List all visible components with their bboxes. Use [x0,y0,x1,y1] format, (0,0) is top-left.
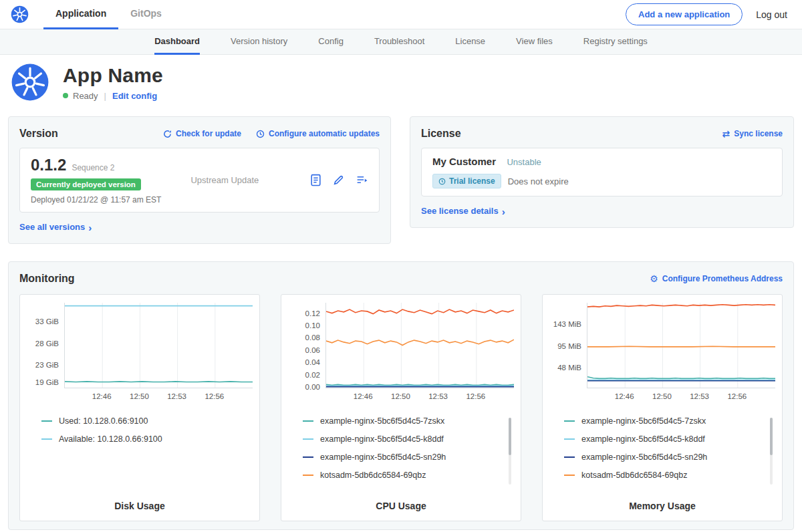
clock-icon [438,178,446,185]
current-version-box: 0.1.2Sequence 2 Currently deployed versi… [19,148,380,213]
y-axis: 0.120.100.080.060.040.020.00 [288,303,325,388]
y-axis: 33 GiB28 GiB23 GiB19 GiB [27,303,64,388]
monitoring-title: Monitoring [19,273,75,285]
tab-version-history[interactable]: Version history [231,29,287,55]
series-line-kotsadm-5db6dc6584-69qbz [587,346,775,347]
legend: example-nginx-5bc6f5d4c5-7zskxexample-ng… [288,416,514,489]
legend-label: Available: 10.128.0.66:9100 [59,434,162,444]
monitoring-panel: Monitoring ⚙ Configure Prometheus Addres… [8,261,794,530]
y-tick-label: 0.04 [305,358,320,366]
kubernetes-logo-icon [11,5,29,23]
y-tick-label: 0.10 [305,321,320,329]
chart-card-memory-usage: 143 MiB95 MiB48 MiB12:4612:5012:5312:56e… [542,294,783,521]
topbar-right: Add a new application Log out [626,3,791,25]
legend-label: kotsadm-5db6dc6584-69qbz [581,471,687,480]
y-tick-label: 33 GiB [35,317,59,325]
tab-troubleshoot[interactable]: Troubleshoot [374,29,424,55]
sync-icon: ⇄ [722,128,730,139]
tab-config[interactable]: Config [318,29,344,55]
sequence-label: Sequence 2 [72,163,114,172]
x-tick-label: 12:46 [612,392,636,400]
see-all-versions-link[interactable]: See all versions › [19,221,92,233]
y-tick-label: 143 MiB [553,320,581,328]
divider: | [104,91,106,101]
x-tick-label: 12:46 [90,392,114,400]
legend-label: kotsadm-5db6dc6584-69qbz [320,471,426,480]
legend-swatch [564,438,575,440]
expiration-text: Does not expire [508,176,569,186]
main-content: Version Check for update Configure autom… [0,112,802,530]
y-tick-label: 0.02 [305,371,320,379]
legend: Used: 10.128.0.66:9100Available: 10.128.… [27,416,253,452]
configure-prometheus-link[interactable]: ⚙ Configure Prometheus Address [650,274,783,283]
legend-item-used-10-128-0-66-9100: Used: 10.128.0.66:9100 [41,416,242,426]
check-for-update-link[interactable]: Check for update [163,129,241,138]
chevron-right-icon: › [88,222,92,233]
status-text: Ready [73,91,98,101]
status-dot [63,93,68,98]
add-application-button[interactable]: Add a new application [626,3,743,25]
channel-label: Unstable [507,157,541,167]
y-tick-label: 0.12 [305,309,320,317]
see-all-versions-label: See all versions [19,222,85,232]
y-tick-label: 19 GiB [35,378,59,386]
x-tick-label: 12:56 [725,392,749,400]
legend-swatch [564,420,575,422]
legend-scrollbar[interactable] [509,418,511,455]
version-number: 0.1.2 [31,156,66,174]
legend-label: Used: 10.128.0.66:9100 [59,416,148,426]
x-axis: 12:4612:5012:5312:56 [587,392,775,406]
sync-license-label: Sync license [734,129,783,138]
legend-item-example-nginx-5bc6f5d4c5-7zskx: example-nginx-5bc6f5d4c5-7zskx [564,416,765,426]
chart-title: Disk Usage [27,501,253,513]
topbar-tab-application[interactable]: Application [43,0,118,29]
tab-license[interactable]: License [455,29,485,55]
plot-area [64,303,253,388]
legend-item-example-nginx-5bc6f5d4c5-k8ddf: example-nginx-5bc6f5d4c5-k8ddf [564,434,765,444]
view-diff-icon[interactable] [356,174,368,186]
legend-label: example-nginx-5bc6f5d4c5-7zskx [581,416,706,426]
sync-license-link[interactable]: ⇄ Sync license [719,128,783,139]
subnav-tabs: DashboardVersion historyConfigTroublesho… [154,29,648,54]
legend-item-kotsadm-5db6dc6584-69qbz: kotsadm-5db6dc6584-69qbz [564,471,765,480]
plot-area [587,303,775,388]
license-type-badge: Trial license [432,174,501,188]
see-license-details-link[interactable]: See license details › [421,205,505,217]
tab-view-files[interactable]: View files [516,29,553,55]
series-line-used-10-128-0-66-9100 [65,382,253,382]
configure-automatic-updates-link[interactable]: Configure automatic updates [256,129,380,138]
x-axis: 12:4612:5012:5312:56 [64,392,253,406]
logout-link[interactable]: Log out [756,9,787,20]
subnav: DashboardVersion historyConfigTroublesho… [0,29,802,55]
legend-label: example-nginx-5bc6f5d4c5-7zskx [320,416,444,426]
refresh-icon [163,130,172,138]
chart-card-cpu-usage: 0.120.100.080.060.040.020.0012:4612:5012… [281,294,521,521]
series-line-example-nginx-5bc6f5d4c5-7zskx [587,377,775,379]
license-card-title: License [421,128,461,140]
edit-config-icon[interactable] [332,174,345,186]
plot-area [325,303,514,388]
x-tick-label: 12:46 [351,392,375,400]
topbar-tab-gitops[interactable]: GitOps [118,0,174,29]
series-line-unlabeled [587,305,775,307]
tab-registry-settings[interactable]: Registry settings [583,29,648,55]
x-tick-label: 12:53 [426,392,450,400]
legend-item-kotsadm-5db6dc6584-69qbz: kotsadm-5db6dc6584-69qbz [303,471,503,480]
legend-scrollbar[interactable] [770,418,773,455]
release-notes-icon[interactable] [310,174,321,186]
x-tick-label: 12:50 [127,392,151,400]
edit-config-link[interactable]: Edit config [112,91,157,101]
schedule-clock-icon [256,130,265,138]
license-card: License ⇄ Sync license My Customer Unsta… [410,116,794,228]
tab-dashboard[interactable]: Dashboard [154,29,200,55]
y-tick-label: 0.00 [305,383,320,391]
version-card: Version Check for update Configure autom… [8,116,391,244]
upstream-update-label: Upstream Update [161,175,310,185]
chart-card-disk-usage: 33 GiB28 GiB23 GiB19 GiB12:4612:5012:531… [19,294,260,521]
app-header: App Name Ready | Edit config [0,55,802,112]
page-title: App Name [63,64,163,87]
y-axis: 143 MiB95 MiB48 MiB [549,303,587,388]
legend-swatch [303,475,313,476]
check-for-update-label: Check for update [176,129,241,138]
deployed-version-badge: Currently deployed version [31,178,141,190]
